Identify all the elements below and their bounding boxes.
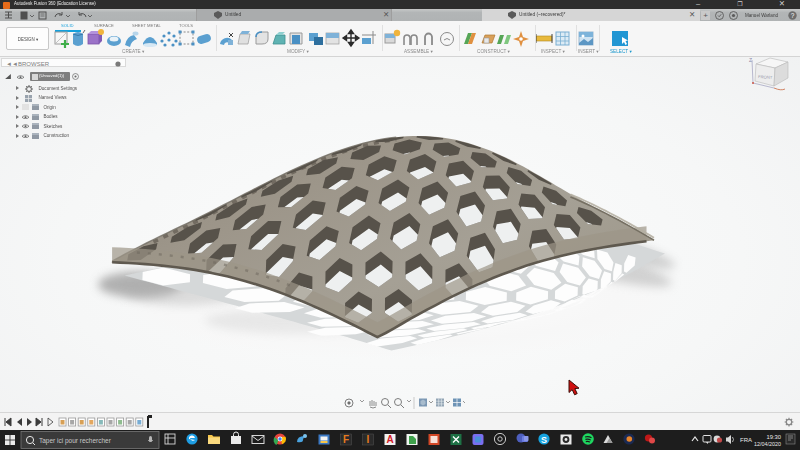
svg-text:12/04/2020: 12/04/2020 — [754, 441, 781, 447]
svg-text:I: I — [367, 434, 370, 445]
svg-text:Z: Z — [749, 57, 752, 63]
svg-text:Taper ici pour rechercher: Taper ici pour rechercher — [39, 437, 112, 445]
svg-text:F: F — [343, 434, 349, 445]
svg-text:19:30: 19:30 — [766, 434, 781, 440]
svg-text:?: ? — [791, 11, 795, 18]
svg-text:S: S — [541, 435, 547, 445]
svg-text:FRONT: FRONT — [758, 74, 773, 80]
svg-text:A: A — [386, 434, 393, 445]
svg-text:FRA: FRA — [740, 437, 752, 443]
